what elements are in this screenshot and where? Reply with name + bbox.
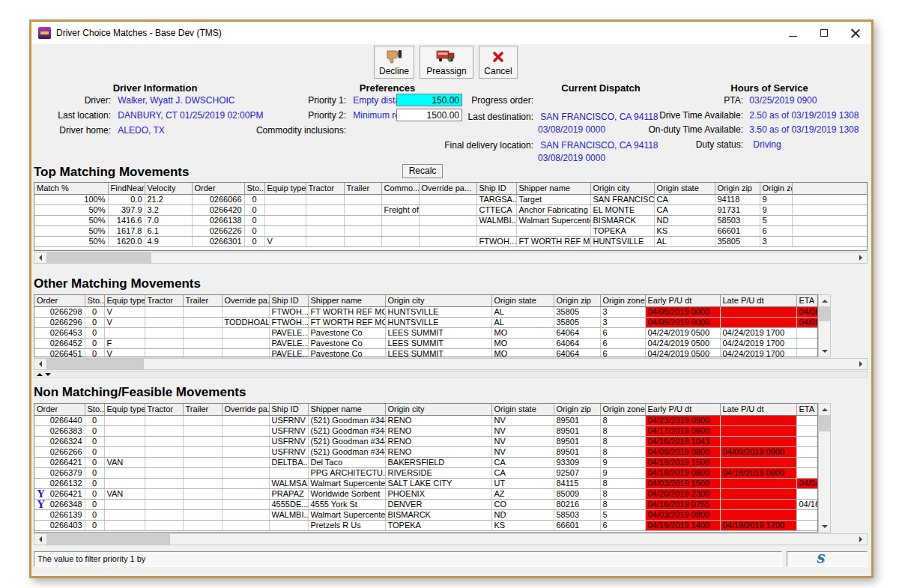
grid-cell[interactable]: 0 <box>244 225 264 236</box>
grid-cell[interactable] <box>796 425 818 436</box>
preassign-button[interactable]: Preassign <box>420 46 473 79</box>
grid-cell[interactable]: WALMBI... <box>269 509 308 520</box>
grid-cell[interactable] <box>104 425 145 436</box>
grid-cell[interactable] <box>145 306 183 317</box>
grid-cell[interactable] <box>796 520 818 530</box>
grid-cell[interactable]: 6 <box>600 348 645 357</box>
grid-cell[interactable] <box>796 348 818 357</box>
grid-cell[interactable] <box>222 467 269 478</box>
grid-cell[interactable]: 04/16/2019 0755 <box>645 499 720 509</box>
grid-cell[interactable]: 5 <box>760 215 792 225</box>
grid-cell[interactable] <box>381 194 419 204</box>
grid-cell[interactable]: AL <box>654 236 715 246</box>
grid-cell[interactable]: 0 <box>85 436 104 446</box>
grid-cell[interactable]: 8 <box>600 436 645 446</box>
grid-cell[interactable]: 0 <box>85 338 104 348</box>
grid-cell[interactable] <box>145 436 183 446</box>
grid-cell[interactable]: 3 <box>600 317 645 327</box>
grid-row[interactable]: 50%1617.86.102662260TOPEKAKS666016 <box>34 225 868 236</box>
grid-cell[interactable] <box>344 215 381 225</box>
grid-cell[interactable] <box>222 457 269 467</box>
grid-row[interactable]: Y026634804555DE...4555 York StDENVERCO80… <box>34 499 818 509</box>
column-header[interactable]: Shipper name <box>308 404 385 415</box>
grid-cell[interactable]: NV <box>491 436 554 446</box>
grid-cell[interactable] <box>720 488 796 499</box>
grid-cell[interactable] <box>344 204 381 215</box>
scrollbar-thumb[interactable] <box>46 534 170 545</box>
grid-cell[interactable]: PPG ARCHITECTU... <box>308 467 385 478</box>
grid-cell[interactable]: MO <box>491 327 554 338</box>
grid-cell[interactable]: 04/24/2019 1700 <box>720 348 796 357</box>
grid-cell[interactable]: 8 <box>600 499 645 509</box>
grid-cell[interactable]: 0266066 <box>192 194 244 204</box>
grid-cell[interactable]: 50% <box>34 236 108 246</box>
grid-cell[interactable] <box>183 436 222 446</box>
column-header[interactable]: Trailer <box>183 295 222 306</box>
grid-cell[interactable] <box>104 327 145 338</box>
scrollbar-thumb[interactable] <box>46 252 151 263</box>
grid-cell[interactable]: 89501 <box>554 436 600 446</box>
grid-cell[interactable]: WALMSA... <box>269 478 308 488</box>
scroll-left-icon[interactable] <box>34 359 46 369</box>
grid-cell[interactable] <box>145 338 183 348</box>
grid-cell[interactable] <box>381 215 419 225</box>
grid-cell[interactable] <box>222 499 269 509</box>
grid-cell[interactable] <box>419 204 476 215</box>
grid-cell[interactable] <box>104 520 145 530</box>
grid-cell[interactable] <box>222 478 269 488</box>
column-header[interactable]: Tractor <box>145 295 183 306</box>
non-vscrollbar[interactable] <box>818 403 831 533</box>
grid-cell[interactable]: 0266421 <box>34 457 85 467</box>
grid-cell[interactable]: Pavestone Co <box>308 348 385 357</box>
close-button[interactable] <box>840 22 871 44</box>
pane-splitter[interactable] <box>34 371 868 378</box>
column-header[interactable]: Origin state <box>491 295 554 306</box>
grid-cell[interactable]: 04/16/2019 1043 <box>645 436 720 446</box>
grid-cell[interactable]: 89501 <box>554 425 600 436</box>
column-header[interactable]: Order <box>34 295 85 306</box>
grid-row[interactable]: 02664520FPAVELE...Pavestone CoLEES SUMMI… <box>34 338 818 348</box>
column-header[interactable]: Match % <box>34 183 108 194</box>
grid-cell[interactable]: CA <box>654 194 715 204</box>
grid-cell[interactable]: WALMBI... <box>476 215 516 225</box>
grid-cell[interactable]: 04/04 <box>796 478 818 488</box>
grid-cell[interactable] <box>516 225 590 236</box>
grid-cell[interactable]: PAVELE... <box>269 338 308 348</box>
scroll-right-icon[interactable] <box>855 359 867 369</box>
grid-cell[interactable]: 6 <box>760 225 792 236</box>
recalc-button[interactable]: Recalc <box>402 164 443 178</box>
grid-cell[interactable] <box>796 436 818 446</box>
grid-cell[interactable]: 5 <box>600 509 645 520</box>
grid-cell[interactable] <box>145 499 183 509</box>
column-header[interactable]: Equip type <box>104 295 145 306</box>
grid-cell[interactable]: Freight of ... <box>381 204 419 215</box>
column-header[interactable]: Sto... <box>85 295 104 306</box>
grid-cell[interactable]: 1617.8 <box>108 225 145 236</box>
grid-cell[interactable] <box>264 194 306 204</box>
grid-cell[interactable] <box>792 225 868 236</box>
grid-cell[interactable]: Pretzels R Us <box>308 520 385 530</box>
grid-cell[interactable] <box>264 215 306 225</box>
grid-cell[interactable]: CA <box>654 204 715 215</box>
grid-cell[interactable] <box>796 338 818 348</box>
scroll-up-icon[interactable] <box>819 295 830 306</box>
scrollbar-track[interactable] <box>151 252 855 263</box>
grid-cell[interactable] <box>720 425 796 436</box>
grid-cell[interactable] <box>222 306 269 317</box>
grid-cell[interactable] <box>419 236 476 246</box>
column-header[interactable]: Velocity <box>145 183 192 194</box>
grid-cell[interactable]: Walmart Supercenter <box>308 478 385 488</box>
minimize-button[interactable] <box>777 22 808 44</box>
grid-cell[interactable]: 8 <box>600 425 645 436</box>
grid-cell[interactable] <box>183 446 222 457</box>
column-header[interactable]: Late P/U dt <box>720 295 796 306</box>
grid-cell[interactable] <box>796 457 818 467</box>
decline-button[interactable]: Decline <box>374 46 414 79</box>
grid-cell[interactable]: 0 <box>85 348 104 357</box>
grid-cell[interactable]: 8 <box>600 446 645 457</box>
grid-cell[interactable]: FT WORTH REF MC <box>516 236 590 246</box>
grid-cell[interactable] <box>264 225 306 236</box>
scroll-left-icon[interactable] <box>34 252 46 263</box>
grid-cell[interactable] <box>183 348 222 357</box>
grid-cell[interactable] <box>104 446 145 457</box>
